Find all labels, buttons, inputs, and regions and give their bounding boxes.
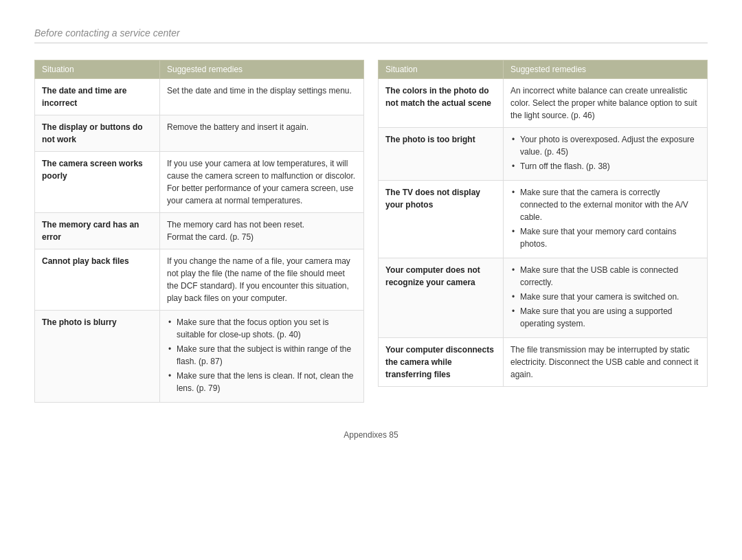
right-col1-header: Situation [379,60,504,79]
remedy-cell: Your photo is overexposed. Adjust the ex… [504,128,708,181]
situation-cell: Your computer disconnects the camera whi… [379,338,504,387]
remedy-cell: The file transmission may be interrupted… [504,338,708,387]
table-row: The colors in the photo do not match the… [379,79,708,128]
list-item: Your photo is overexposed. Adjust the ex… [510,133,700,158]
list-item: Make sure that the subject is within ran… [167,343,357,368]
table-row: The photo is too brightYour photo is ove… [379,128,708,181]
remedy-cell: An incorrect white balance can create un… [504,79,708,128]
table-row: Cannot play back filesIf you change the … [35,249,364,311]
situation-cell: Your computer does not recognize your ca… [379,258,504,338]
table-row: The display or buttons do not workRemove… [35,115,364,152]
table-row: Your computer does not recognize your ca… [379,258,708,338]
table-row: The date and time are incorrectSet the d… [35,79,364,115]
right-table: Situation Suggested remedies The colors … [378,60,708,403]
remedy-cell: Make sure that the USB cable is connecte… [504,258,708,338]
situation-cell: The date and time are incorrect [35,79,160,115]
page-footer: Appendixes 85 [34,430,708,440]
list-item: Make sure that the USB cable is connecte… [510,264,700,289]
list-item: Turn off the flash. (p. 38) [510,160,700,172]
situation-cell: The camera screen works poorly [35,152,160,213]
left-col2-header: Suggested remedies [160,60,364,79]
table-row: Your computer disconnects the camera whi… [379,338,708,387]
remedy-cell: Set the date and time in the display set… [160,79,364,115]
situation-cell: Cannot play back files [35,249,160,311]
left-table: Situation Suggested remedies The date an… [34,60,364,403]
situation-cell: The memory card has an error [35,213,160,249]
table-row: The photo is blurryMake sure that the fo… [35,311,364,403]
remedy-cell: Make sure that the focus option you set … [160,311,364,403]
list-item: Make sure that your camera is switched o… [510,291,700,303]
table-row: The memory card has an errorThe memory c… [35,213,364,249]
right-col2-header: Suggested remedies [504,60,708,79]
remedy-cell: If you use your camera at low temperatur… [160,152,364,213]
remedy-cell: Remove the battery and insert it again. [160,115,364,152]
left-col1-header: Situation [35,60,160,79]
situation-cell: The display or buttons do not work [35,115,160,152]
table-row: The camera screen works poorlyIf you use… [35,152,364,213]
remedy-cell: If you change the name of a file, your c… [160,249,364,311]
list-item: Make sure that the focus option you set … [167,316,357,341]
list-item: Make sure that the camera is correctly c… [510,186,700,223]
situation-cell: The photo is blurry [35,311,160,403]
situation-cell: The photo is too bright [379,128,504,181]
list-item: Make sure that you are using a supported… [510,305,700,330]
situation-cell: The TV does not display your photos [379,181,504,258]
list-item: Make sure that the lens is clean. If not… [167,370,357,394]
page-title: Before contacting a service center [34,27,708,43]
remedy-cell: Make sure that the camera is correctly c… [504,181,708,258]
list-item: Make sure that your memory card contains… [510,225,700,250]
situation-cell: The colors in the photo do not match the… [379,79,504,128]
remedy-cell: The memory card has not been reset.Forma… [160,213,364,249]
table-row: The TV does not display your photosMake … [379,181,708,258]
